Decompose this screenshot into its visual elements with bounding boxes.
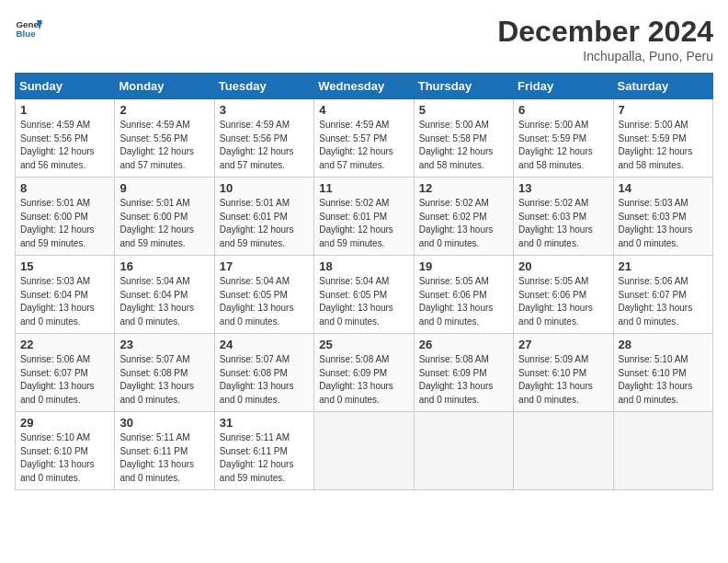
header: General Blue December 2024 Inchupalla, P…: [15, 15, 713, 63]
day-number: 11: [319, 181, 408, 195]
table-row: 11Sunrise: 5:02 AMSunset: 6:01 PMDayligh…: [314, 178, 414, 256]
table-row: 24Sunrise: 5:07 AMSunset: 6:08 PMDayligh…: [214, 334, 313, 412]
day-number: 28: [619, 338, 708, 351]
day-number: 2: [119, 103, 209, 117]
svg-text:Blue: Blue: [17, 29, 37, 39]
day-info: Sunrise: 4:59 AMSunset: 5:56 PMDaylight:…: [119, 119, 209, 172]
day-number: 18: [319, 259, 408, 273]
day-number: 5: [419, 103, 508, 117]
day-number: 10: [220, 181, 309, 195]
day-number: 22: [20, 338, 109, 351]
day-info: Sunrise: 5:00 AMSunset: 5:59 PMDaylight:…: [518, 119, 608, 172]
table-row: 25Sunrise: 5:08 AMSunset: 6:09 PMDayligh…: [314, 334, 414, 412]
day-number: 1: [20, 103, 109, 117]
calendar-week-row: 22Sunrise: 5:06 AMSunset: 6:07 PMDayligh…: [16, 334, 713, 412]
day-number: 16: [119, 259, 209, 273]
table-row: 3Sunrise: 4:59 AMSunset: 5:56 PMDaylight…: [214, 99, 313, 178]
day-info: Sunrise: 5:03 AMSunset: 6:04 PMDaylight:…: [20, 275, 109, 328]
title-area: December 2024 Inchupalla, Puno, Peru: [497, 15, 713, 63]
table-row: 22Sunrise: 5:06 AMSunset: 6:07 PMDayligh…: [16, 334, 115, 412]
day-info: Sunrise: 5:02 AMSunset: 6:02 PMDaylight:…: [419, 197, 508, 250]
day-info: Sunrise: 5:07 AMSunset: 6:08 PMDaylight:…: [119, 353, 209, 407]
day-info: Sunrise: 5:00 AMSunset: 5:59 PMDaylight:…: [619, 119, 708, 172]
calendar-week-row: 1Sunrise: 4:59 AMSunset: 5:56 PMDaylight…: [16, 99, 713, 178]
day-number: 6: [518, 103, 608, 117]
day-info: Sunrise: 5:02 AMSunset: 6:01 PMDaylight:…: [319, 197, 408, 250]
day-info: Sunrise: 5:06 AMSunset: 6:07 PMDaylight:…: [619, 275, 708, 328]
table-row: 10Sunrise: 5:01 AMSunset: 6:01 PMDayligh…: [214, 178, 313, 256]
weekday-header-saturday: Saturday: [613, 74, 712, 99]
table-row: 26Sunrise: 5:08 AMSunset: 6:09 PMDayligh…: [414, 334, 513, 412]
day-info: Sunrise: 5:04 AMSunset: 6:05 PMDaylight:…: [319, 275, 408, 328]
day-info: Sunrise: 5:10 AMSunset: 6:10 PMDaylight:…: [20, 431, 109, 485]
table-row: 9Sunrise: 5:01 AMSunset: 6:00 PMDaylight…: [115, 178, 214, 256]
table-row: 23Sunrise: 5:07 AMSunset: 6:08 PMDayligh…: [115, 334, 214, 412]
day-number: 3: [220, 103, 309, 117]
table-row: 5Sunrise: 5:00 AMSunset: 5:58 PMDaylight…: [414, 99, 513, 178]
table-row: 8Sunrise: 5:01 AMSunset: 6:00 PMDaylight…: [16, 178, 115, 256]
day-number: 24: [220, 338, 309, 351]
day-info: Sunrise: 5:08 AMSunset: 6:09 PMDaylight:…: [319, 353, 408, 407]
table-row: 16Sunrise: 5:04 AMSunset: 6:04 PMDayligh…: [115, 256, 214, 334]
day-number: 4: [319, 103, 408, 117]
table-row: 4Sunrise: 4:59 AMSunset: 5:57 PMDaylight…: [314, 99, 414, 178]
calendar-table: SundayMondayTuesdayWednesdayThursdayFrid…: [15, 73, 713, 490]
table-row: 17Sunrise: 5:04 AMSunset: 6:05 PMDayligh…: [214, 256, 313, 334]
day-info: Sunrise: 4:59 AMSunset: 5:56 PMDaylight:…: [220, 119, 309, 172]
table-row: 2Sunrise: 4:59 AMSunset: 5:56 PMDaylight…: [115, 99, 214, 178]
logo-icon: General Blue: [15, 15, 42, 42]
table-row: 19Sunrise: 5:05 AMSunset: 6:06 PMDayligh…: [414, 256, 513, 334]
day-number: 30: [119, 416, 209, 430]
day-number: 25: [319, 338, 408, 351]
day-info: Sunrise: 5:08 AMSunset: 6:09 PMDaylight:…: [419, 353, 508, 407]
day-info: Sunrise: 5:11 AMSunset: 6:11 PMDaylight:…: [220, 431, 309, 485]
table-row: 21Sunrise: 5:06 AMSunset: 6:07 PMDayligh…: [613, 256, 712, 334]
table-row: [613, 412, 712, 490]
weekday-header-friday: Friday: [514, 74, 613, 99]
table-row: 29Sunrise: 5:10 AMSunset: 6:10 PMDayligh…: [16, 412, 115, 490]
day-number: 8: [20, 181, 109, 195]
day-info: Sunrise: 5:02 AMSunset: 6:03 PMDaylight:…: [518, 197, 608, 250]
day-info: Sunrise: 5:05 AMSunset: 6:06 PMDaylight:…: [419, 275, 508, 328]
table-row: 30Sunrise: 5:11 AMSunset: 6:11 PMDayligh…: [115, 412, 214, 490]
table-row: 13Sunrise: 5:02 AMSunset: 6:03 PMDayligh…: [514, 178, 613, 256]
day-number: 15: [20, 259, 109, 273]
day-number: 21: [619, 259, 708, 273]
table-row: 18Sunrise: 5:04 AMSunset: 6:05 PMDayligh…: [314, 256, 414, 334]
day-number: 13: [518, 181, 608, 195]
day-number: 31: [220, 416, 309, 430]
day-number: 20: [518, 259, 608, 273]
table-row: 31Sunrise: 5:11 AMSunset: 6:11 PMDayligh…: [214, 412, 313, 490]
weekday-header-row: SundayMondayTuesdayWednesdayThursdayFrid…: [16, 74, 713, 99]
table-row: 27Sunrise: 5:09 AMSunset: 6:10 PMDayligh…: [514, 334, 613, 412]
day-number: 14: [619, 181, 708, 195]
day-info: Sunrise: 5:04 AMSunset: 6:05 PMDaylight:…: [220, 275, 309, 328]
day-info: Sunrise: 5:11 AMSunset: 6:11 PMDaylight:…: [119, 431, 209, 485]
table-row: 15Sunrise: 5:03 AMSunset: 6:04 PMDayligh…: [16, 256, 115, 334]
day-info: Sunrise: 5:01 AMSunset: 6:00 PMDaylight:…: [119, 197, 209, 250]
day-number: 9: [119, 181, 209, 195]
table-row: [514, 412, 613, 490]
day-info: Sunrise: 5:06 AMSunset: 6:07 PMDaylight:…: [20, 353, 109, 407]
day-info: Sunrise: 5:01 AMSunset: 6:01 PMDaylight:…: [220, 197, 309, 250]
day-info: Sunrise: 5:03 AMSunset: 6:03 PMDaylight:…: [619, 197, 708, 250]
logo: General Blue: [15, 15, 42, 42]
table-row: 6Sunrise: 5:00 AMSunset: 5:59 PMDaylight…: [514, 99, 613, 178]
table-row: 14Sunrise: 5:03 AMSunset: 6:03 PMDayligh…: [613, 178, 712, 256]
day-info: Sunrise: 5:05 AMSunset: 6:06 PMDaylight:…: [518, 275, 608, 328]
weekday-header-monday: Monday: [115, 74, 214, 99]
weekday-header-tuesday: Tuesday: [214, 74, 313, 99]
table-row: 20Sunrise: 5:05 AMSunset: 6:06 PMDayligh…: [514, 256, 613, 334]
day-number: 23: [119, 338, 209, 351]
weekday-header-sunday: Sunday: [16, 74, 115, 99]
day-info: Sunrise: 5:04 AMSunset: 6:04 PMDaylight:…: [119, 275, 209, 328]
calendar-week-row: 8Sunrise: 5:01 AMSunset: 6:00 PMDaylight…: [16, 178, 713, 256]
day-number: 17: [220, 259, 309, 273]
table-row: 1Sunrise: 4:59 AMSunset: 5:56 PMDaylight…: [16, 99, 115, 178]
month-title: December 2024: [497, 15, 713, 49]
table-row: [314, 412, 414, 490]
calendar-week-row: 29Sunrise: 5:10 AMSunset: 6:10 PMDayligh…: [16, 412, 713, 490]
calendar-week-row: 15Sunrise: 5:03 AMSunset: 6:04 PMDayligh…: [16, 256, 713, 334]
day-info: Sunrise: 4:59 AMSunset: 5:56 PMDaylight:…: [20, 119, 109, 172]
table-row: [414, 412, 513, 490]
